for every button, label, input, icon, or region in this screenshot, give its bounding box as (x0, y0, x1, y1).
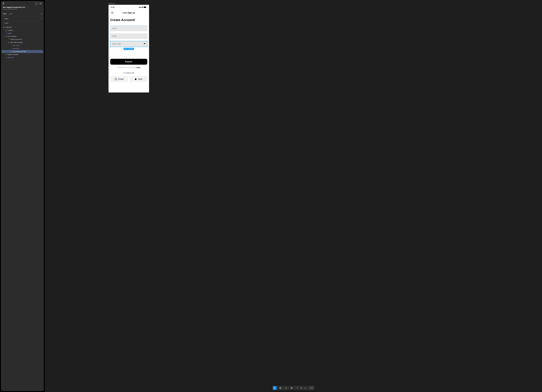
svg-rect-1 (40, 3, 41, 4)
svg-rect-41 (144, 43, 144, 43)
battery-icon (144, 7, 146, 8)
frame-icon (5, 36, 7, 37)
login-line: Already have an account? Login (110, 67, 147, 68)
panel-tabs: File Assets (1, 11, 44, 16)
layer-label: Container (7, 30, 13, 31)
chevron-down-icon: ▾ (26, 7, 26, 8)
layer-row[interactable]: Status Bar (2, 56, 43, 59)
chevron-down-icon: ▾ (5, 3, 5, 4)
layer-label: Register Container (7, 54, 18, 55)
cellular-icon (139, 7, 141, 8)
email-field[interactable]: Email (110, 33, 147, 39)
text-icon (8, 39, 9, 40)
selection-handle[interactable] (147, 47, 148, 47)
phone-frame[interactable]: 9:41 Let's Sign up Create Account! Name … (108, 5, 149, 92)
svg-rect-36 (144, 7, 146, 8)
canvas[interactable]: DatePicker 9:41 Let's Sign up Create Acc… (45, 0, 542, 392)
file-title-row[interactable]: New Tagging Components List ▾ (3, 6, 42, 8)
wifi-icon (141, 7, 143, 8)
layer-label: TopBar (7, 33, 12, 34)
layer-row[interactable]: Container (2, 29, 43, 32)
layer-label: Input Fields Container (10, 42, 23, 43)
shape-tool[interactable] (284, 386, 288, 390)
continue-label: or continue with (110, 72, 147, 74)
svg-rect-44 (280, 387, 281, 389)
svg-rect-32 (139, 7, 139, 8)
status-time: 9:41 (111, 6, 114, 8)
svg-rect-42 (145, 43, 145, 43)
search-icon[interactable] (41, 13, 43, 15)
move-tool[interactable] (273, 386, 276, 390)
layer-row[interactable]: Input Fields (2, 44, 43, 47)
layer-row[interactable]: DatePicker (2, 26, 43, 29)
layer-row[interactable]: Input Fields Container (2, 41, 43, 44)
frame-label[interactable]: DatePicker (108, 3, 115, 4)
google-icon (114, 78, 117, 80)
component-icon (10, 45, 12, 46)
svg-rect-24 (11, 48, 12, 49)
chevron-down-icon[interactable]: ▾ (277, 387, 278, 388)
layer-label: Create Account Text (10, 39, 22, 40)
register-container: Register Already have an account? Login … (108, 59, 149, 82)
layer-row[interactable]: TopBar (2, 32, 43, 35)
calendar-icon (144, 43, 146, 45)
panel-toggle-icon[interactable] (39, 2, 42, 5)
pages-section-header[interactable]: ›Pages (1, 16, 44, 21)
layer-row[interactable]: Input Fields (2, 47, 43, 50)
date-picker-field[interactable]: Select Date 343 × Hug (52) (110, 41, 147, 47)
chevron-down-icon: › (2, 22, 4, 24)
svg-rect-33 (139, 7, 140, 8)
layer-row[interactable]: Register Container (2, 53, 43, 56)
svg-rect-47 (285, 387, 287, 389)
frame-icon (5, 30, 7, 31)
svg-rect-35 (140, 7, 141, 8)
add-page-button[interactable] (41, 18, 42, 20)
form-container: Create Account! Name Email Select Date 3… (108, 16, 149, 47)
chevron-down-icon[interactable]: ▾ (288, 387, 290, 388)
size-badge: 343 × Hug (52) (124, 48, 134, 50)
register-button[interactable]: Register (110, 59, 147, 65)
selection-handle[interactable] (110, 41, 111, 42)
toolbar: ▾ ▾ ▾ ▾ (272, 386, 315, 391)
a11y-badge[interactable]: A? (35, 2, 38, 5)
file-title-block: New Tagging Components List ▾ Do's and d… (1, 6, 44, 10)
layer-row[interactable]: Form Container (2, 35, 43, 38)
layer-tree: DatePickerContainerTopBarForm ContainerC… (1, 25, 44, 391)
back-button[interactable] (110, 11, 114, 15)
selection-handle[interactable] (110, 47, 111, 47)
frame-tool[interactable] (278, 386, 282, 390)
pen-tool[interactable] (290, 386, 293, 390)
layer-label: Input Fields (13, 45, 19, 46)
svg-rect-23 (11, 45, 12, 46)
layer-label: Input Fields:DatePicker (13, 51, 26, 52)
layer-label: Status Bar (7, 57, 14, 58)
layer-row[interactable]: Input Fields:DatePicker (2, 50, 43, 53)
text-tool[interactable] (295, 386, 299, 390)
name-field[interactable]: Name (110, 26, 147, 31)
create-account-heading: Create Account! (110, 18, 147, 22)
comment-tool[interactable] (299, 386, 303, 390)
svg-point-48 (291, 387, 292, 388)
tab-file[interactable]: File (2, 12, 7, 15)
login-link[interactable]: Login (136, 67, 140, 68)
google-button[interactable]: Google (110, 76, 128, 82)
layer-row[interactable]: Create Account Text (2, 38, 43, 41)
social-buttons: Google Apple (110, 76, 147, 82)
actions-tool[interactable] (303, 386, 307, 390)
svg-rect-34 (140, 7, 140, 8)
selection-handle[interactable] (147, 41, 148, 42)
svg-rect-43 (144, 44, 145, 44)
hash-icon (3, 26, 5, 28)
figma-menu[interactable]: ▾ (3, 2, 5, 5)
figma-logo-icon (3, 2, 4, 5)
tab-assets[interactable]: Assets (7, 12, 14, 15)
dev-mode-toggle[interactable] (309, 386, 314, 390)
input-fields-container[interactable]: Name Email Select Date 343 × Hug (52) (110, 26, 147, 47)
arrow-left-icon (111, 12, 113, 14)
chevron-down-icon[interactable]: ▾ (282, 387, 284, 388)
chevron-down-icon[interactable]: ▾ (294, 387, 295, 388)
apple-button[interactable]: Apple (130, 76, 147, 82)
svg-rect-40 (144, 43, 145, 43)
layers-section-header[interactable]: ›Layers (1, 21, 44, 25)
chevron-right-icon: › (2, 18, 4, 19)
